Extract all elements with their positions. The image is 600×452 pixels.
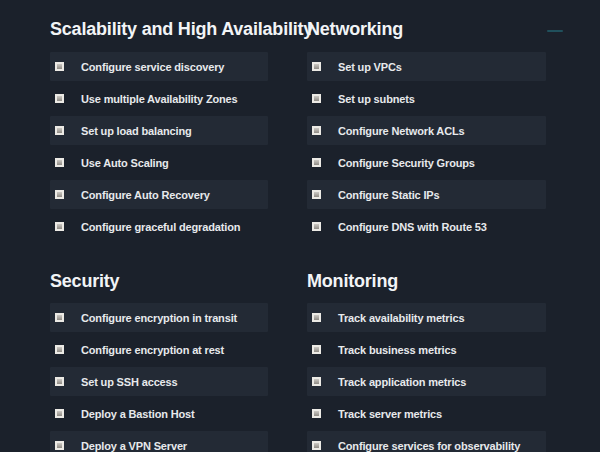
section-scalability: Scalability and High AvailabilityConfigu…: [50, 16, 268, 241]
checklist-item[interactable]: Configure encryption at rest: [50, 335, 268, 364]
checklist: Configure service discoveryUse multiple …: [50, 52, 268, 241]
checklist-item[interactable]: Track server metrics: [307, 399, 546, 428]
checklist-item-label: Set up load balancing: [81, 125, 192, 137]
checklist-item[interactable]: Configure DNS with Route 53: [307, 212, 546, 241]
checklist-item[interactable]: Deploy a Bastion Host: [50, 399, 268, 428]
checklist-item[interactable]: Track application metrics: [307, 367, 546, 396]
section-title: Security: [50, 268, 268, 294]
checkbox-icon[interactable]: [312, 409, 321, 418]
checkbox-icon[interactable]: [312, 62, 321, 71]
checklist-item-label: Track availability metrics: [338, 312, 464, 324]
checkbox-icon[interactable]: [55, 126, 64, 135]
checkbox-icon[interactable]: [55, 345, 64, 354]
checklist-item-label: Track application metrics: [338, 376, 466, 388]
checkbox-icon[interactable]: [312, 345, 321, 354]
checklist: Set up VPCsSet up subnetsConfigure Netwo…: [307, 52, 546, 241]
checkbox-icon[interactable]: [312, 377, 321, 386]
checklist-item[interactable]: Configure graceful degradation: [50, 212, 268, 241]
checklist-item[interactable]: Configure encryption in transit: [50, 303, 268, 332]
checklist-item[interactable]: Configure Static IPs: [307, 180, 546, 209]
checklist-item[interactable]: Configure Network ACLs: [307, 116, 546, 145]
section-security: SecurityConfigure encryption in transitC…: [50, 268, 268, 452]
checklist-item-label: Track business metrics: [338, 344, 456, 356]
section-title: Monitoring: [307, 268, 546, 294]
checkbox-icon[interactable]: [312, 190, 321, 199]
checkbox-icon[interactable]: [312, 441, 321, 450]
checkbox-icon[interactable]: [312, 313, 321, 322]
checklist-item[interactable]: Set up SSH access: [50, 367, 268, 396]
checklist-item[interactable]: Configure Auto Recovery: [50, 180, 268, 209]
checklist-item-label: Configure encryption in transit: [81, 312, 237, 324]
checklist-item-label: Configure service discovery: [81, 61, 224, 73]
checklist-item-label: Configure Network ACLs: [338, 125, 464, 137]
checklist-item[interactable]: Use Auto Scaling: [50, 148, 268, 177]
section-monitoring: MonitoringTrack availability metricsTrac…: [307, 268, 546, 452]
checklist-item-label: Deploy a Bastion Host: [81, 408, 195, 420]
checklist-item-label: Track server metrics: [338, 408, 442, 420]
checklist-item[interactable]: Set up VPCs: [307, 52, 546, 81]
checkbox-icon[interactable]: [55, 377, 64, 386]
checklist-item[interactable]: Track availability metrics: [307, 303, 546, 332]
checkbox-icon[interactable]: [55, 441, 64, 450]
checklist: Configure encryption in transitConfigure…: [50, 303, 268, 452]
checklist-item-label: Use multiple Availability Zones: [81, 93, 238, 105]
checklist-item-label: Configure Auto Recovery: [81, 189, 210, 201]
checkbox-icon[interactable]: [55, 222, 64, 231]
checkbox-icon[interactable]: [55, 190, 64, 199]
checklist-item-label: Configure Static IPs: [338, 189, 440, 201]
section-title: Networking: [307, 16, 546, 42]
checklist-item-label: Set up VPCs: [338, 61, 402, 73]
checkbox-icon[interactable]: [312, 222, 321, 231]
column-right: NetworkingSet up VPCsSet up subnetsConfi…: [307, 0, 546, 452]
column-left: Scalability and High AvailabilityConfigu…: [50, 0, 268, 452]
checkbox-icon[interactable]: [55, 94, 64, 103]
section-title: Scalability and High Availability: [50, 16, 268, 42]
checklist-item[interactable]: Track business metrics: [307, 335, 546, 364]
checkbox-icon[interactable]: [312, 126, 321, 135]
checklist-item-label: Deploy a VPN Server: [81, 440, 187, 452]
checklist-page: Scalability and High AvailabilityConfigu…: [0, 0, 600, 452]
section-collapse-dash-icon[interactable]: [547, 30, 563, 32]
checklist-item-label: Configure DNS with Route 53: [338, 221, 487, 233]
checklist-item[interactable]: Deploy a VPN Server: [50, 431, 268, 452]
checkbox-icon[interactable]: [312, 158, 321, 167]
checklist-item-label: Configure encryption at rest: [81, 344, 224, 356]
checkbox-icon[interactable]: [312, 94, 321, 103]
checklist-item-label: Set up SSH access: [81, 376, 178, 388]
checklist-item-label: Use Auto Scaling: [81, 157, 169, 169]
checklist-item-label: Configure graceful degradation: [81, 221, 240, 233]
checklist: Track availability metricsTrack business…: [307, 303, 546, 452]
checklist-item[interactable]: Set up subnets: [307, 84, 546, 113]
checklist-item-label: Configure services for observability: [338, 440, 520, 452]
section-networking: NetworkingSet up VPCsSet up subnetsConfi…: [307, 16, 546, 241]
checklist-item[interactable]: Configure Security Groups: [307, 148, 546, 177]
checkbox-icon[interactable]: [55, 313, 64, 322]
checklist-item[interactable]: Set up load balancing: [50, 116, 268, 145]
checklist-item-label: Configure Security Groups: [338, 157, 475, 169]
checkbox-icon[interactable]: [55, 158, 64, 167]
checkbox-icon[interactable]: [55, 409, 64, 418]
checklist-item-label: Set up subnets: [338, 93, 415, 105]
checklist-item[interactable]: Use multiple Availability Zones: [50, 84, 268, 113]
checkbox-icon[interactable]: [55, 62, 64, 71]
checklist-item[interactable]: Configure services for observability: [307, 431, 546, 452]
checklist-item[interactable]: Configure service discovery: [50, 52, 268, 81]
